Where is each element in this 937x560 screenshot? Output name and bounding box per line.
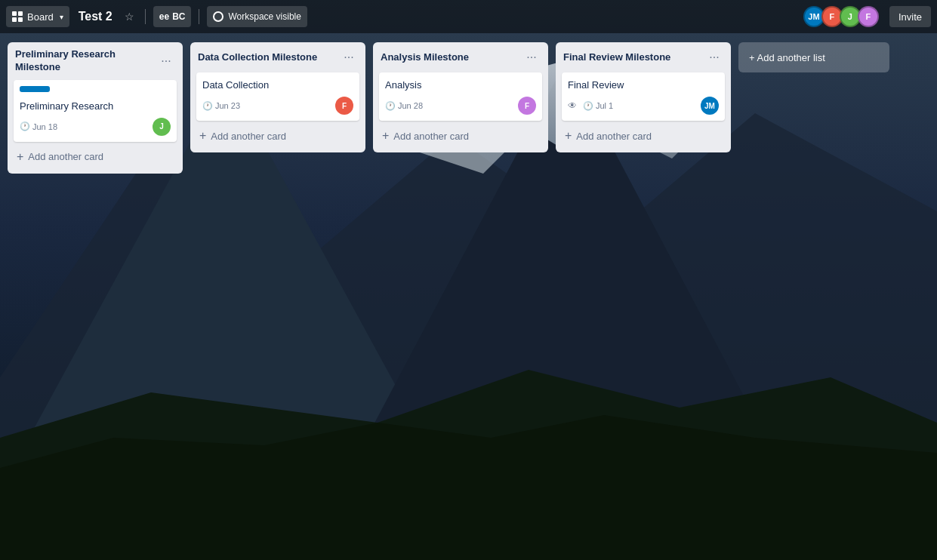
workspace-icon bbox=[213, 11, 223, 22]
add-card-button-3[interactable]: + Add another card ⧉ bbox=[379, 125, 542, 146]
card-4-title: Final Review bbox=[568, 78, 719, 92]
workspace-visibility-button[interactable]: Workspace visible bbox=[207, 6, 307, 27]
nav-separator-1 bbox=[145, 9, 146, 24]
card-1-avatar: J bbox=[153, 118, 171, 136]
add-card-label-4: Add another card bbox=[576, 131, 652, 142]
clock-icon-2: 🕐 bbox=[202, 101, 213, 111]
list-1-menu-button[interactable]: ··· bbox=[157, 52, 175, 70]
card-2-meta: 🕐 Jun 23 F bbox=[202, 97, 353, 115]
list-4-header: Final Review Milestone ··· bbox=[562, 48, 725, 66]
card-1-label bbox=[20, 86, 50, 92]
card-4-date: 🕐 Jul 1 bbox=[583, 101, 613, 111]
card-4-avatar: JM bbox=[701, 97, 719, 115]
add-card-plus-icon-4: + bbox=[565, 130, 572, 142]
add-card-label-3: Add another card bbox=[393, 131, 469, 142]
eye-icon: 👁 bbox=[568, 100, 577, 111]
card-2-avatar: F bbox=[335, 97, 353, 115]
list-3-header: Analysis Milestone ··· bbox=[379, 48, 542, 66]
card-4-meta-left: 👁 🕐 Jul 1 bbox=[568, 100, 613, 111]
add-card-plus-icon-1: + bbox=[17, 151, 23, 163]
clock-icon-4: 🕐 bbox=[583, 101, 593, 111]
board-icon bbox=[12, 11, 23, 22]
add-another-list-button[interactable]: + Add another list bbox=[738, 42, 889, 72]
card-2-date-text: Jun 23 bbox=[215, 101, 240, 110]
add-card-plus-icon-2: + bbox=[199, 130, 206, 142]
nav-separator-2 bbox=[199, 9, 199, 24]
navbar: Board ▾ Test 2 ☆ ee BC Workspace visible… bbox=[0, 0, 937, 33]
card-3-avatar: F bbox=[518, 97, 536, 115]
list-analysis: Analysis Milestone ··· Analysis 🕐 Jun 28… bbox=[373, 42, 548, 152]
list-2-header: Data Collection Milestone ··· bbox=[196, 48, 359, 66]
card-1-title: Preliminary Research bbox=[20, 100, 171, 113]
card-3-date-text: Jun 28 bbox=[398, 101, 423, 110]
card-4-meta: 👁 🕐 Jul 1 JM bbox=[568, 97, 719, 115]
list-data-collection: Data Collection Milestone ··· Data Colle… bbox=[190, 42, 365, 152]
list-2-menu-button[interactable]: ··· bbox=[340, 48, 358, 66]
invite-button[interactable]: Invite bbox=[889, 6, 931, 27]
list-preliminary-research: Preliminary Research Milestone ··· Preli… bbox=[8, 42, 183, 174]
board-content: Preliminary Research Milestone ··· Preli… bbox=[0, 33, 937, 560]
card-4-date-text: Jul 1 bbox=[596, 101, 613, 110]
card-3-title: Analysis bbox=[385, 78, 536, 92]
team-label-2: BC bbox=[172, 11, 185, 22]
board-button[interactable]: Board ▾ bbox=[6, 6, 69, 27]
card-preliminary-research[interactable]: Preliminary Research 🕐 Jun 18 J bbox=[14, 80, 177, 142]
list-3-menu-button[interactable]: ··· bbox=[522, 48, 541, 66]
card-1-meta: 🕐 Jun 18 J bbox=[20, 118, 171, 136]
add-card-button-2[interactable]: + Add another card ⧉ bbox=[196, 125, 359, 146]
team-label-1: ee bbox=[159, 11, 169, 22]
add-card-label-1: Add another card bbox=[28, 151, 103, 162]
add-card-button-4[interactable]: + Add another card ⧉ bbox=[562, 125, 725, 146]
card-1-date: 🕐 Jun 18 bbox=[20, 122, 57, 131]
card-2-date: 🕐 Jun 23 bbox=[202, 101, 240, 111]
card-1-date-text: Jun 18 bbox=[32, 122, 57, 131]
team-badge: ee BC bbox=[153, 6, 192, 27]
board-chevron-icon: ▾ bbox=[60, 13, 63, 21]
add-card-button-1[interactable]: + Add another card ⧉ bbox=[14, 146, 177, 168]
card-2-title: Data Collection bbox=[202, 78, 353, 92]
list-4-title: Final Review Milestone bbox=[563, 51, 705, 64]
avatar-f2: F bbox=[858, 6, 879, 27]
avatar-group: JM F J F bbox=[803, 6, 879, 27]
card-data-collection[interactable]: Data Collection 🕐 Jun 23 F bbox=[196, 72, 359, 121]
list-3-title: Analysis Milestone bbox=[381, 51, 522, 64]
card-3-meta: 🕐 Jun 28 F bbox=[385, 97, 536, 115]
add-card-plus-icon-3: + bbox=[382, 130, 389, 142]
add-card-label-2: Add another card bbox=[211, 131, 286, 142]
workspace-label: Workspace visible bbox=[228, 11, 301, 22]
card-3-date: 🕐 Jun 28 bbox=[385, 101, 423, 111]
list-final-review: Final Review Milestone ··· Final Review … bbox=[556, 42, 731, 152]
list-1-title: Preliminary Research Milestone bbox=[15, 48, 157, 74]
list-2-title: Data Collection Milestone bbox=[198, 51, 340, 64]
list-1-header: Preliminary Research Milestone ··· bbox=[14, 48, 177, 74]
add-list-label: + Add another list bbox=[749, 52, 825, 63]
clock-icon-3: 🕐 bbox=[385, 101, 396, 111]
board-title: Test 2 bbox=[74, 10, 117, 23]
clock-icon-1: 🕐 bbox=[20, 122, 30, 131]
card-final-review[interactable]: Final Review 👁 🕐 Jul 1 JM bbox=[562, 72, 725, 121]
board-label: Board bbox=[27, 11, 54, 23]
star-button[interactable]: ☆ bbox=[122, 9, 137, 24]
card-analysis[interactable]: Analysis 🕐 Jun 28 F bbox=[379, 72, 542, 121]
list-4-menu-button[interactable]: ··· bbox=[705, 48, 723, 66]
invite-label: Invite bbox=[898, 11, 922, 23]
